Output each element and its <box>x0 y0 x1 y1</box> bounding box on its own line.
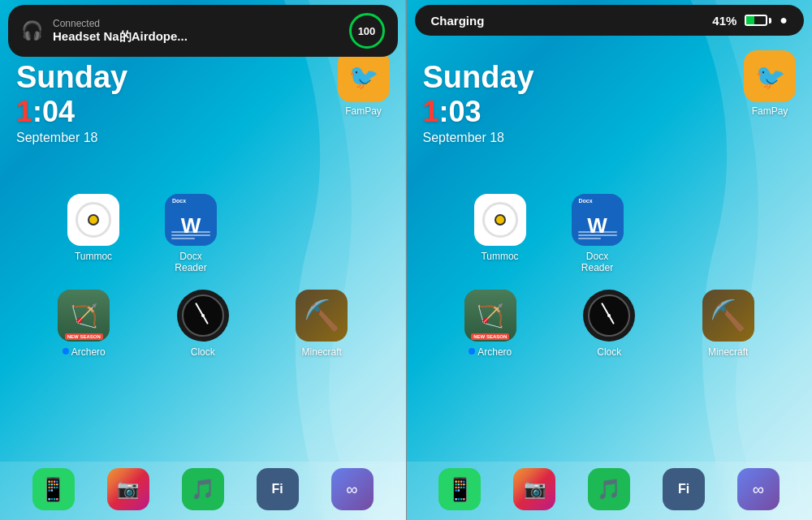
right-archero-item[interactable]: 🏹 NEW SEASON Archero <box>462 290 519 358</box>
right-day-name: Sunday <box>423 60 797 95</box>
airpods-text: Connected Headset Na的Airdope... <box>53 18 339 45</box>
right-archero-label: Archero <box>477 346 512 358</box>
left-fampay-label: FamPay <box>345 105 382 117</box>
airpods-battery: 100 <box>349 13 385 49</box>
left-archero-dot <box>63 348 69 355</box>
right-tummoc-label: Tummoc <box>481 251 518 262</box>
charging-pct: 41% <box>712 14 736 28</box>
right-minecraft-icon: ⛏️ <box>702 290 754 342</box>
left-archero-label: Archero <box>71 346 106 358</box>
battery-body <box>745 15 767 26</box>
right-clock-face <box>588 294 630 337</box>
left-app-row-1: Tummoc Docx W DocxReader <box>0 145 406 281</box>
battery-fill <box>746 16 754 24</box>
left-tummoc-dot <box>88 214 99 226</box>
left-archero-item[interactable]: 🏹 NEW SEASON Archero <box>55 290 112 358</box>
right-date-label: September 18 <box>423 131 797 145</box>
right-tummoc-inner <box>482 202 518 238</box>
battery-icon <box>745 15 771 26</box>
left-minecraft-icon: ⛏️ <box>296 290 348 342</box>
right-app-row-1: Tummoc Docx W DocxReader <box>407 145 813 281</box>
right-archero-badge: 🏹 NEW SEASON <box>464 290 516 342</box>
left-date-label: September 18 <box>16 131 390 145</box>
left-minecraft-item[interactable]: ⛏️ Minecraft <box>293 290 350 358</box>
right-infinity-icon[interactable]: ∞ <box>737 468 780 510</box>
right-minecraft-item[interactable]: ⛏️ Minecraft <box>700 290 757 358</box>
left-minecraft-label: Minecraft <box>302 346 342 358</box>
right-time-red: 1 <box>423 95 439 128</box>
left-clock-icon <box>177 290 229 342</box>
left-fampay-circle: 🐦 <box>338 50 390 102</box>
left-dock: 📱 📷 🎵 Fi ∞ <box>0 462 406 520</box>
left-docx-icon: Docx W <box>165 194 217 246</box>
left-spotify-icon[interactable]: 🎵 <box>182 468 224 510</box>
right-screen: Charging 41% ● Sunday 1:03 September 18 … <box>407 0 813 520</box>
right-clock-item[interactable]: Clock <box>581 290 637 358</box>
left-day-name: Sunday <box>16 60 390 95</box>
left-docx-item[interactable]: Docx W DocxReader <box>162 194 219 273</box>
right-fi-icon[interactable]: Fi <box>663 468 705 510</box>
left-fampay-icon[interactable]: 🐦 FamPay <box>338 50 390 117</box>
right-minecraft-label: Minecraft <box>708 346 748 358</box>
left-tummoc-item[interactable]: Tummoc <box>65 194 122 273</box>
airpods-connected-label: Connected <box>53 18 339 29</box>
right-home-content: Sunday 1:03 September 18 🐦 FamPay Tummoc <box>407 0 813 374</box>
left-tummoc-label: Tummoc <box>75 251 112 262</box>
right-instagram-icon[interactable]: 📷 <box>513 468 555 510</box>
right-tummoc-item[interactable]: Tummoc <box>472 194 529 273</box>
left-time-red: 1 <box>16 95 32 128</box>
left-archero-badge: 🏹 NEW SEASON <box>58 290 110 342</box>
left-time-display: 1:04 <box>16 95 390 129</box>
right-dock: 📱 📷 🎵 Fi ∞ <box>407 462 813 520</box>
battery-tip <box>769 18 771 24</box>
left-tummoc-inner <box>76 202 111 238</box>
right-fampay-icon[interactable]: 🐦 FamPay <box>744 50 796 117</box>
right-time-display: 1:03 <box>423 95 797 129</box>
left-app-row-2: 🏹 NEW SEASON Archero Clock <box>0 281 406 374</box>
right-tummoc-dot <box>495 214 506 226</box>
right-app-row-2: 🏹 NEW SEASON Archero Clock <box>407 281 813 374</box>
airpods-device-name: Headset Na的Airdope... <box>53 29 339 45</box>
left-infinity-icon[interactable]: ∞ <box>331 468 374 510</box>
right-docx-label: DocxReader <box>581 251 613 273</box>
airpods-notification[interactable]: 🎧 Connected Headset Na的Airdope... 100 <box>8 5 398 57</box>
left-tummoc-icon <box>67 194 119 246</box>
left-screen: 🎧 Connected Headset Na的Airdope... 100 Su… <box>0 0 406 520</box>
left-whatsapp-icon[interactable]: 📱 <box>32 468 75 510</box>
right-tummoc-icon <box>474 194 526 246</box>
left-fi-icon[interactable]: Fi <box>257 468 299 510</box>
right-fampay-label: FamPay <box>752 105 788 117</box>
left-clock-face <box>182 294 224 337</box>
right-whatsapp-icon[interactable]: 📱 <box>438 468 481 510</box>
left-docx-label: DocxReader <box>175 251 206 273</box>
right-clock-label: Clock <box>597 346 621 358</box>
left-archero-icon: 🏹 NEW SEASON <box>58 290 110 342</box>
left-clock-center <box>201 314 205 317</box>
right-docx-icon: Docx W <box>572 194 624 246</box>
right-docx-item[interactable]: Docx W DocxReader <box>569 194 626 273</box>
airpods-icon: 🎧 <box>21 20 43 41</box>
right-archero-dot <box>469 348 475 355</box>
right-archero-icon: 🏹 NEW SEASON <box>464 290 516 342</box>
charging-notification: Charging 41% ● <box>415 5 805 36</box>
charging-label: Charging <box>431 14 705 28</box>
left-instagram-icon[interactable]: 📷 <box>107 468 149 510</box>
right-spotify-icon[interactable]: 🎵 <box>588 468 630 510</box>
right-fampay-circle: 🐦 <box>744 50 796 102</box>
left-clock-item[interactable]: Clock <box>175 290 231 358</box>
wifi-icon: ● <box>780 13 788 28</box>
left-clock-label: Clock <box>191 346 215 358</box>
right-clock-icon <box>583 290 635 342</box>
